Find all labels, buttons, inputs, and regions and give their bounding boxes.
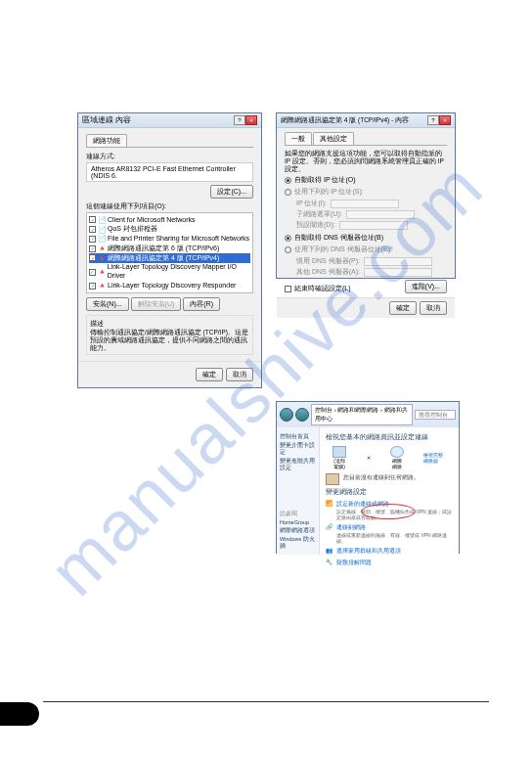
radio-auto-dns[interactable] (285, 235, 291, 242)
radio-manual-dns[interactable] (285, 246, 291, 253)
sidebar-item[interactable]: 變更介面卡設定 (280, 442, 316, 456)
cancel-button[interactable]: 取消 (226, 368, 253, 381)
items-label: 這個連線使用下列項目(O): (86, 201, 253, 211)
dns2-input (364, 268, 432, 277)
back-button[interactable] (280, 408, 293, 422)
advanced-button[interactable]: 進階(V)... (405, 280, 447, 293)
sidebar-home[interactable]: 控制台首頁 (280, 433, 316, 440)
main-panel: 檢視您基本的網路資訊並設定連線 (這部電腦) ✕ 網際網路 檢視完整網路圖 您目… (320, 427, 459, 555)
search-input[interactable] (415, 410, 456, 420)
cancel-button[interactable]: 取消 (420, 301, 447, 315)
close-icon[interactable]: × (439, 115, 451, 125)
page-badge (0, 702, 39, 726)
page-rule (43, 701, 489, 702)
properties-button[interactable]: 內容(R) (183, 297, 220, 311)
sidebar-item[interactable]: Windows 防火牆 (280, 536, 316, 550)
connection-error-icon: ✕ (367, 455, 371, 461)
breadcrumb[interactable]: 控制台 › 網路和網際網路 › 網路和共用中心 (311, 404, 413, 425)
help-icon[interactable]: ? (234, 115, 245, 125)
list-item[interactable]: ✓📄File and Printer Sharing for Microsoft… (89, 235, 250, 245)
close-icon[interactable]: × (245, 115, 257, 125)
homegroup-icon: 👥 (326, 547, 332, 554)
list-item[interactable]: ✓📄QoS 封包排程器 (89, 225, 250, 235)
network-items-list[interactable]: ✓📄Client for Microsoft Networks ✓📄QoS 封包… (86, 212, 253, 293)
adapter-name: Atheros AR8132 PCI-E Fast Ethernet Contr… (86, 162, 253, 182)
sidebar: 控制台首頁 變更介面卡設定 變更進階共用設定 請參閱 HomeGroup 網際網… (277, 427, 320, 555)
validate-checkbox[interactable] (285, 286, 291, 292)
configure-button[interactable]: 設定(C)... (210, 185, 253, 199)
main-heading: 檢視您基本的網路資訊並設定連線 (326, 433, 453, 442)
list-item[interactable]: ✓🔺Link-Layer Topology Discovery Responde… (89, 281, 250, 290)
connect-using-label: 連線方式: (86, 152, 253, 161)
dialog-title: 網際網路通訊協定第 4 版 (TCP/IPv4) - 內容 (281, 116, 409, 125)
tab-alternate[interactable]: 其他設定 (313, 132, 354, 145)
info-text: 如果您的網路支援這項功能，您可以取得自動指派的 IP 設定。否則，您必須詢問網路… (285, 150, 447, 172)
list-item[interactable]: ✓📄Client for Microsoft Networks (89, 215, 250, 225)
gateway-input (339, 221, 408, 230)
troubleshoot-link[interactable]: 🔧疑難排解問題 (326, 558, 453, 567)
forward-button[interactable] (295, 408, 309, 422)
help-icon[interactable]: ? (427, 115, 439, 125)
list-item-selected[interactable]: ✓🔺網際網路通訊協定第 4 版 (TCP/IPv4) (89, 253, 250, 263)
network-sharing-center: 控制台 › 網路和網際網路 › 網路和共用中心 控制台首頁 變更介面卡設定 變更… (276, 401, 460, 554)
list-item[interactable]: ✓🔺網際網路通訊協定第 6 版 (TCP/IPv6) (89, 244, 250, 253)
homegroup-link[interactable]: 👥選擇家用群組和共用選項 (326, 547, 453, 556)
list-item[interactable]: ✓🔺Link-Layer Topology Discovery Mapper I… (89, 263, 250, 282)
dns1-input (364, 257, 432, 266)
tab-general[interactable]: 一般 (285, 132, 312, 145)
radio-manual-ip[interactable] (285, 189, 291, 196)
wizard-icon: 📶 (326, 500, 332, 507)
ipv4-properties: 網際網路通訊協定第 4 版 (TCP/IPv4) - 內容 ? × 一般其他設定… (276, 112, 456, 279)
ok-button[interactable]: 確定 (389, 301, 417, 315)
tab-network[interactable]: 網路功能 (86, 134, 127, 147)
sidebar-item[interactable]: 變更進階共用設定 (280, 458, 316, 471)
network-icon (326, 473, 339, 485)
highlight-circle (361, 504, 416, 519)
uninstall-button: 解除安裝(U) (131, 297, 182, 311)
local-area-connection-properties: 區域連線 內容 ? × 網路功能 連線方式: Atheros AR8132 PC… (77, 112, 262, 388)
titlebar: 網際網路通訊協定第 4 版 (TCP/IPv4) - 內容 ? × (277, 113, 455, 128)
dialog-title: 區域連線 內容 (82, 115, 131, 125)
full-map-link[interactable]: 檢視完整網路圖 (423, 452, 447, 464)
install-button[interactable]: 安裝(N)... (86, 297, 129, 311)
ip-address-input (331, 200, 399, 208)
connect-network-link[interactable]: 🔗 連線到網路連線或重新連線到無線、有線、撥號或 VPN 網路連線。 (326, 523, 453, 544)
explorer-toolbar: 控制台 › 網路和網際網路 › 網路和共用中心 (277, 402, 459, 427)
description-box: 描述 傳輸控制通訊協定/網際網路通訊協定 (TCP/IP)。這是預設的廣域網路通… (86, 315, 253, 355)
subnet-mask-input (346, 210, 415, 219)
ok-button[interactable]: 確定 (196, 368, 223, 381)
sidebar-item[interactable]: HomeGroup (280, 519, 316, 525)
connect-icon: 🔗 (326, 523, 332, 530)
sidebar-item[interactable]: 網際網路選項 (280, 527, 316, 534)
titlebar: 區域連線 內容 ? × (78, 113, 261, 128)
troubleshoot-icon: 🔧 (326, 558, 332, 565)
radio-auto-ip[interactable] (285, 177, 291, 184)
